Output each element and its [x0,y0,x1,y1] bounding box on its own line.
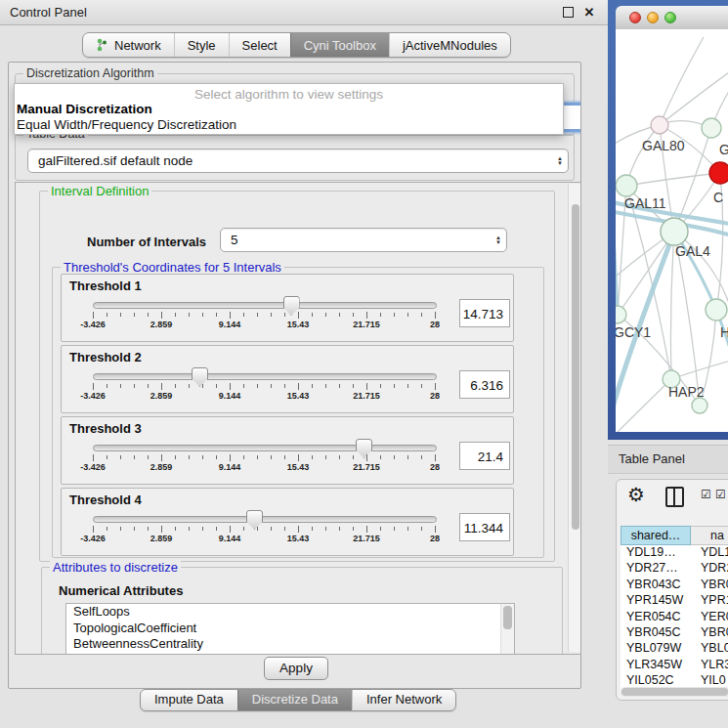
cell-shared-name: YBR045C [621,625,691,641]
slider-tick [325,313,326,317]
threshold-slider-track[interactable] [93,516,437,523]
thresholds-group: Threshold's Coordinates for 5 Intervals … [52,267,544,558]
slider-tick [380,384,381,388]
threshold-value-field[interactable]: 11.344 [459,513,510,541]
threshold-slider-thumb[interactable] [283,296,300,316]
slider-tick-label: 2.859 [140,391,183,401]
slider-tick [366,454,367,461]
slider-tick [435,383,436,390]
slider-tick-label: 9.144 [208,320,251,329]
scrollbar-thumb[interactable] [621,688,728,696]
table-data-combobox[interactable]: galFiltered.sif default node ▲▼ [27,149,569,173]
zoom-traffic-light-icon[interactable] [664,12,676,23]
attribute-list-item[interactable]: TopologicalCoefficient [66,621,514,637]
settings-vertical-scrollbar[interactable] [568,184,581,652]
network-edge[interactable] [626,173,720,186]
threshold-slider-track[interactable] [93,373,437,380]
threshold-slider-track[interactable] [93,302,437,309]
tab-label: jActiveMNodules [403,38,497,53]
column-header-na[interactable]: na [691,526,728,545]
network-node-gal80[interactable] [651,116,668,134]
algorithm-option-manual-discretization[interactable]: Manual Discretization [15,102,563,117]
table-row[interactable]: YDR27…YDR2 [621,561,728,577]
slider-tick [148,455,149,459]
network-node-gal[interactable] [702,118,721,138]
tab-impute-data[interactable]: Impute Data [141,690,237,710]
gear-icon[interactable]: ⚙ [627,482,645,507]
network-edge[interactable] [670,232,674,379]
table-row[interactable]: YLR345WYLR3 [621,658,728,673]
attributes-list-scrollbar[interactable] [500,604,514,655]
network-node-label: GAL11 [624,195,666,211]
threshold-slider-thumb[interactable] [192,367,208,387]
checkbox-icon[interactable]: ☑ [715,489,726,500]
control-panel-titlebar: Control Panel ✕ [0,0,608,25]
slider-tick [421,527,422,531]
slider-tick [216,455,217,459]
tab-cyni-toolbox[interactable]: Cyni Toolbox [290,33,389,57]
table-row[interactable]: YDL19…YDL1 [621,545,728,561]
tab-label: Network [114,38,161,53]
slider-tick [298,526,299,533]
tab-style[interactable]: Style [174,33,229,57]
table-row[interactable]: YPR145WYPR1 [621,593,728,609]
slider-tick [366,312,367,319]
threshold-slider-track[interactable] [93,445,437,451]
table-horizontal-scrollbar[interactable] [621,687,728,697]
apply-button[interactable]: Apply [264,657,328,680]
table-row[interactable]: YBL079WYBL0 [621,641,728,657]
table-row[interactable]: YBR045CYBR0 [621,625,728,641]
threshold-value-field[interactable]: 6.316 [459,370,510,399]
slider-tick [407,455,408,459]
attribute-list-item[interactable]: SelfLoops [66,604,514,621]
slider-tick [394,527,395,531]
minimize-traffic-light-icon[interactable] [647,12,659,23]
network-node-gcy1[interactable] [616,306,626,323]
algorithm-option-equal-width-frequency-discretization[interactable]: Equal Width/Frequency Discretization [15,117,563,133]
slider-tick [134,527,135,531]
network-node-c[interactable] [709,162,728,184]
network-canvas[interactable]: GAL80GALCGAL11GAL4GCY1HHAP2 [616,29,728,432]
close-icon[interactable]: ✕ [580,4,598,21]
column-header-shared-[interactable]: shared… [621,526,691,545]
checkbox-icon[interactable]: ☑ [701,489,711,500]
attribute-list-item[interactable]: BetweennessCentrality [66,636,514,653]
scrollbar-thumb[interactable] [572,204,579,530]
network-edge[interactable] [616,379,671,432]
slider-tick-label: 9.144 [208,534,251,543]
slider-tick [380,313,381,317]
threshold-slider-thumb[interactable] [356,439,372,458]
network-node[interactable] [692,398,707,413]
threshold-value-field[interactable]: 14.713 [459,299,510,327]
tab-jactivemnodules[interactable]: jActiveMNodules [389,33,510,57]
float-window-icon[interactable] [563,7,574,18]
slider-tick [134,313,135,317]
slider-tick [284,455,285,459]
slider-tick [161,383,162,390]
network-edge[interactable] [660,68,728,125]
slider-tick [202,313,203,317]
network-node-gal4[interactable] [661,218,688,245]
algorithm-option-select-algorithm-to-view-settings[interactable]: Select algorithm to view settings [15,87,563,102]
tab-select[interactable]: Select [229,33,290,57]
close-traffic-light-icon[interactable] [629,12,641,23]
threshold-slider-thumb[interactable] [246,510,263,530]
threshold-value-field[interactable]: 21.4 [459,442,510,470]
slider-tick [271,455,272,459]
tab-network[interactable]: Network [83,33,174,57]
scrollbar-thumb[interactable] [503,606,512,629]
show-columns-icon[interactable] [665,487,684,507]
network-node-h[interactable] [706,299,727,321]
table-row[interactable]: YER054CYER0 [621,610,728,625]
slider-tick [134,384,135,388]
table-row[interactable]: YBR043CYBR0 [621,578,728,593]
tab-infer-network[interactable]: Infer Network [352,690,455,710]
network-node-gal11[interactable] [616,175,637,196]
network-edge[interactable] [660,37,704,125]
number-of-intervals-value: 5 [221,233,491,247]
slider-tick [93,454,94,461]
network-node-label: GAL4 [675,243,710,259]
tab-discretize-data[interactable]: Discretize Data [237,690,352,710]
number-of-intervals-combobox[interactable]: 5 ▲▼ [220,228,507,252]
attributes-to-discretize-group: Attributes to discretize Numerical Attri… [41,567,563,655]
